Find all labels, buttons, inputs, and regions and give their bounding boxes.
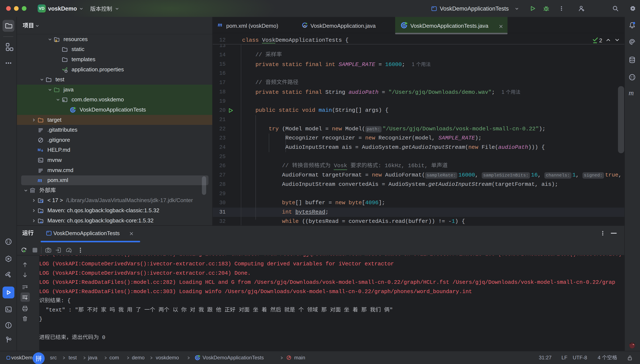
svg-text:m: m — [218, 21, 222, 28]
svg-text:m: m — [38, 177, 42, 183]
svg-text:m: m — [628, 89, 634, 97]
svg-text:M: M — [38, 148, 41, 152]
